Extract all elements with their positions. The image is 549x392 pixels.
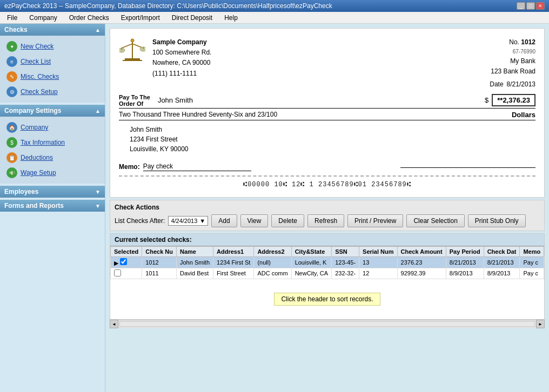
col-city-state[interactable]: City&State xyxy=(291,246,332,256)
sidebar-forms-header[interactable]: Forms and Reports ▼ xyxy=(0,200,105,212)
memo-value: Pay check xyxy=(143,163,251,171)
sidebar-item-wage-setup[interactable]: 💵 Wage Setup xyxy=(3,165,102,180)
company-details: Sample Company 100 Somewhere Rd. Nowhere… xyxy=(152,37,211,90)
col-check-date[interactable]: Check Dat xyxy=(484,246,520,256)
sidebar-section-company-settings: Company Settings ▲ 🏠 Company $ Tax Infor… xyxy=(0,105,105,184)
svg-rect-1 xyxy=(132,42,133,58)
row-checkbox[interactable] xyxy=(120,258,127,265)
payee-addr1: 1234 First Street xyxy=(130,134,189,144)
sidebar-item-check-list-label: Check List xyxy=(21,58,51,65)
bank-info: No. 1012 67-76990 My Bank 123 Bank Road … xyxy=(490,37,535,90)
col-check-num[interactable]: Check Nu xyxy=(142,246,177,256)
sidebar-item-check-list[interactable]: ≡ Check List xyxy=(3,54,102,69)
sidebar-checks-content: ✦ New Check ≡ Check List ✎ Misc. Checks … xyxy=(0,36,105,103)
cell-selected[interactable] xyxy=(111,268,142,279)
maximize-button[interactable]: □ xyxy=(526,2,535,10)
list-after-label: List Checks After: xyxy=(115,217,165,225)
sort-hint: Click the header to sort records. xyxy=(274,293,380,306)
horizontal-scrollbar: ◄ ► xyxy=(110,320,545,328)
col-serial[interactable]: Serial Num xyxy=(359,246,397,256)
check-date: 8/21/2013 xyxy=(507,79,535,90)
sidebar-section-forms-reports: Forms and Reports ▼ xyxy=(0,200,105,212)
clear-selection-button[interactable]: Clear Selection xyxy=(406,214,464,227)
minimize-button[interactable]: _ xyxy=(517,2,525,10)
title-bar: ezPayCheck 2013 -- SampleCompany, Databa… xyxy=(0,0,549,12)
sidebar-checks-header[interactable]: Checks ▲ xyxy=(0,24,105,36)
svg-point-5 xyxy=(140,47,145,51)
col-addr1[interactable]: Address1 xyxy=(213,246,254,256)
tax-info-icon: $ xyxy=(6,137,17,148)
col-pay-period[interactable]: Pay Period xyxy=(446,246,484,256)
scroll-right-button[interactable]: ► xyxy=(536,320,545,328)
cell-pay-period: 8/9/2013 xyxy=(446,268,484,279)
company-info: Sample Company 100 Somewhere Rd. Nowhere… xyxy=(119,37,211,90)
payee-address: John Smith 1234 First Street Louisville,… xyxy=(130,125,189,154)
sidebar-item-deductions-label: Deductions xyxy=(21,154,53,161)
table-row[interactable]: ▶ 1012 John Smith 1234 First St (null) L… xyxy=(111,256,544,268)
menu-order-checks[interactable]: Order Checks xyxy=(64,12,114,23)
cell-memo: Pay c xyxy=(520,256,544,268)
payto-line: Pay To TheOrder Of John Smith $ **2,376.… xyxy=(119,94,535,109)
payto-name: John Smith xyxy=(153,96,481,104)
cell-selected[interactable]: ▶ xyxy=(111,256,142,268)
date-dropdown-icon[interactable]: ▼ xyxy=(199,218,205,224)
scroll-track[interactable] xyxy=(119,321,535,327)
sidebar-item-tax-info[interactable]: $ Tax Information xyxy=(3,135,102,150)
menu-file[interactable]: File xyxy=(2,12,22,23)
amount-words: Two Thousand Three Hundred Seventy-Six a… xyxy=(119,111,510,118)
col-amount[interactable]: Check Amount xyxy=(397,246,446,256)
sidebar-company-content: 🏠 Company $ Tax Information 📋 Deductions… xyxy=(0,117,105,184)
col-name[interactable]: Name xyxy=(177,246,213,256)
col-memo[interactable]: Memo xyxy=(520,246,544,256)
actions-title: Check Actions xyxy=(115,204,540,211)
table-row[interactable]: 1011 David Best First Street ADC comm Ne… xyxy=(111,268,544,279)
print-preview-button[interactable]: Print / Preview xyxy=(347,214,403,227)
menu-help[interactable]: Help xyxy=(219,12,243,23)
sidebar-section-employees: Employees ▼ xyxy=(0,186,105,198)
row-checkbox[interactable] xyxy=(114,269,121,276)
company-addr1: 100 Somewhere Rd. xyxy=(152,48,211,58)
sidebar-item-check-setup-label: Check Setup xyxy=(21,88,58,96)
menu-company[interactable]: Company xyxy=(24,12,62,23)
date-value: 4/24/2013 xyxy=(171,218,197,224)
menu-export-import[interactable]: Export/Import xyxy=(116,12,165,23)
add-button[interactable]: Add xyxy=(211,214,237,227)
routing-display: ⑆00000 10⑆ 12⑆ 1 23456789⑆01 23456789⑆ xyxy=(119,181,535,188)
scales-icon xyxy=(119,37,146,64)
menu-direct-deposit[interactable]: Direct Deposit xyxy=(167,12,217,23)
svg-line-2 xyxy=(122,44,132,48)
company-phone: (111) 111-1111 xyxy=(152,69,211,79)
bank-addr: 123 Bank Road xyxy=(490,66,535,77)
checks-collapse-icon: ▲ xyxy=(95,27,101,33)
cell-amount: 92992.39 xyxy=(397,268,446,279)
check-list-icon: ≡ xyxy=(6,56,17,67)
col-selected[interactable]: Selected xyxy=(111,246,142,256)
menu-bar: File Company Order Checks Export/Import … xyxy=(0,12,549,24)
cell-pay-period: 8/21/2013 xyxy=(446,256,484,268)
payee-name: John Smith xyxy=(130,125,189,134)
routing-number: 67-76990 xyxy=(490,48,535,56)
delete-button[interactable]: Delete xyxy=(271,214,304,227)
close-button[interactable]: ✕ xyxy=(536,2,545,10)
refresh-button[interactable]: Refresh xyxy=(307,214,344,227)
cell-serial: 12 xyxy=(359,268,397,279)
sidebar-item-new-check[interactable]: ✦ New Check xyxy=(3,39,102,54)
sidebar-item-check-setup[interactable]: ⚙ Check Setup xyxy=(3,84,102,99)
col-addr2[interactable]: Address2 xyxy=(254,246,291,256)
print-stub-button[interactable]: Print Stub Only xyxy=(468,214,526,227)
content-area: Sample Company 100 Somewhere Rd. Nowhere… xyxy=(105,24,549,392)
sidebar-item-tax-info-label: Tax Information xyxy=(21,139,65,146)
date-select[interactable]: 4/24/2013 ▼ xyxy=(168,216,208,226)
cell-addr2: ADC comm xyxy=(254,268,291,279)
sidebar-item-deductions[interactable]: 📋 Deductions xyxy=(3,150,102,165)
sidebar-employees-header[interactable]: Employees ▼ xyxy=(0,186,105,198)
row-arrow: ▶ xyxy=(114,260,118,266)
check-setup-icon: ⚙ xyxy=(6,86,17,97)
col-ssn[interactable]: SSN xyxy=(332,246,359,256)
sidebar-company-header[interactable]: Company Settings ▲ xyxy=(0,105,105,117)
view-button[interactable]: View xyxy=(240,214,269,227)
sidebar-item-company[interactable]: 🏠 Company xyxy=(3,120,102,135)
company-collapse-icon: ▲ xyxy=(95,108,101,114)
sidebar-item-misc-checks[interactable]: ✎ Misc. Checks xyxy=(3,69,102,84)
scroll-left-button[interactable]: ◄ xyxy=(110,320,118,328)
